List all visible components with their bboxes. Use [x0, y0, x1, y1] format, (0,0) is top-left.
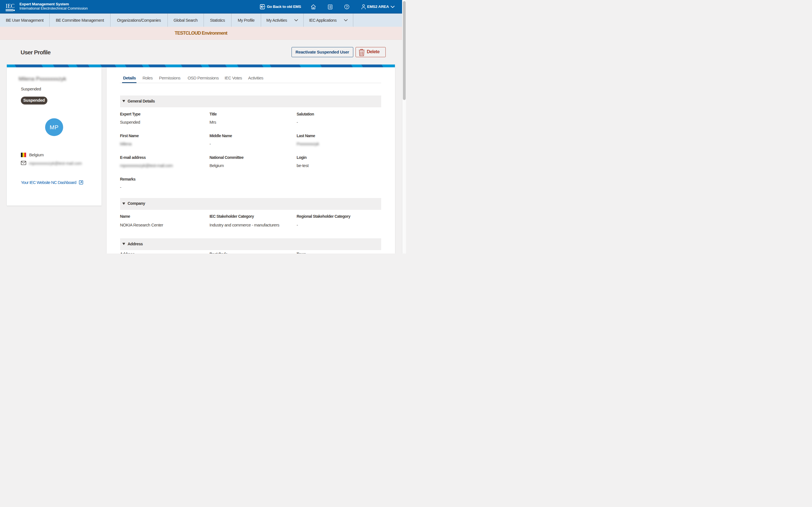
svg-text:IEC: IEC [6, 3, 15, 9]
